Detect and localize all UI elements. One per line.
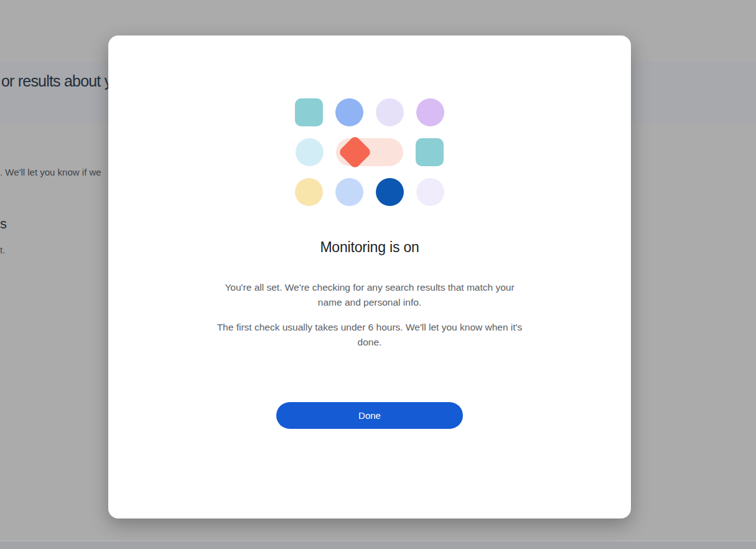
dialog-body: You're all set. We're checking for any s…	[213, 280, 527, 350]
decorative-rounded-square-shape	[295, 98, 323, 126]
dialog-paragraph: The first check usually takes under 6 ho…	[213, 320, 527, 350]
decorative-rounded-square-shape	[416, 138, 444, 166]
background-text-fragment: . We'll let you know if we	[0, 167, 101, 177]
monitoring-dialog: Monitoring is on You're all set. We're c…	[108, 35, 631, 518]
done-button[interactable]: Done	[276, 402, 463, 429]
decorative-shape-row	[295, 178, 444, 206]
decorative-circle-shape	[416, 98, 444, 126]
decorative-circle-shape	[296, 138, 324, 166]
background-text-fragment: s	[0, 216, 7, 232]
decorative-circle-shape	[295, 178, 323, 206]
decorative-circle-shape	[376, 178, 404, 206]
decorative-shape-grid	[108, 98, 631, 206]
background-bottom-strip	[0, 540, 756, 549]
diamond-icon	[338, 135, 372, 169]
background-page-heading: or results about yo	[1, 72, 119, 90]
dialog-title: Monitoring is on	[108, 237, 631, 258]
decorative-shape-row	[295, 98, 444, 126]
background-text-fragment: t.	[0, 245, 5, 255]
decorative-circle-shape	[376, 98, 404, 126]
dialog-paragraph: You're all set. We're checking for any s…	[213, 280, 527, 310]
decorative-circle-shape	[416, 178, 444, 206]
decorative-shape-row	[296, 138, 444, 166]
decorative-circle-shape	[335, 178, 363, 206]
decorative-pill-shape	[336, 138, 403, 166]
decorative-circle-shape	[335, 98, 363, 126]
